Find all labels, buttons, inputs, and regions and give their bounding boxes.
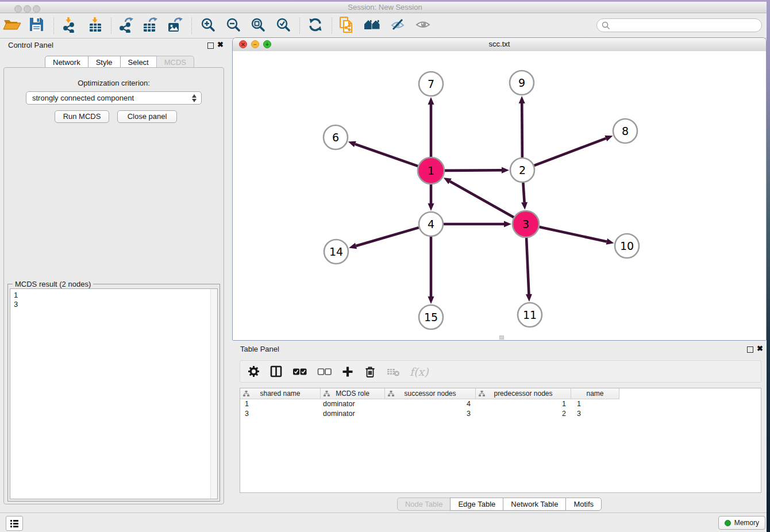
criterion-dropdown[interactable]: strongly connected component	[26, 91, 202, 105]
network-view-frame: ✕ − + scc.txt 1234678910111415	[232, 37, 767, 341]
mcds-result-title: MCDS result (2 nodes)	[13, 280, 93, 288]
zoom-selected-button[interactable]	[273, 15, 294, 36]
delete-row-button[interactable]	[364, 365, 376, 378]
apply-function-button[interactable]: f(x)	[410, 365, 429, 378]
application-window: Session: New Session	[0, 0, 770, 532]
graph-edge-3-1[interactable]	[444, 178, 514, 217]
export-network-button[interactable]	[116, 15, 136, 36]
graph-edge-3-10[interactable]	[539, 227, 614, 245]
column-header-predecessor-nodes[interactable]: predecessor nodes	[476, 388, 571, 399]
graph-edge-1-7[interactable]	[428, 97, 434, 157]
graph-node-14[interactable]: 14	[324, 240, 348, 264]
graph-edge-2-3[interactable]	[521, 183, 528, 210]
select-all-button[interactable]	[292, 367, 307, 376]
mcds-result-group: MCDS result (2 nodes) 1 3	[7, 284, 220, 502]
graph-edge-1-4[interactable]	[428, 184, 434, 211]
graph-node-7[interactable]: 7	[419, 72, 443, 96]
export-image-button[interactable]	[165, 15, 186, 36]
graph-edge-2-9[interactable]	[519, 96, 525, 157]
graph-node-9[interactable]: 9	[510, 71, 534, 95]
node-label: 4	[428, 218, 434, 230]
clone-network-button[interactable]	[337, 15, 357, 36]
search-input[interactable]	[612, 20, 758, 32]
close-panel-button[interactable]: Close panel	[117, 110, 177, 123]
desktop-edge-top	[0, 0, 770, 2]
search-icon	[602, 21, 610, 30]
table-row[interactable]: 1dominator411	[240, 399, 761, 409]
float-panel-icon[interactable]	[207, 43, 214, 49]
graph-node-10[interactable]: 10	[615, 234, 639, 258]
network-canvas[interactable]: 1234678910111415	[233, 51, 766, 340]
close-table-panel-icon[interactable]: ✖	[757, 344, 763, 353]
float-table-panel-icon[interactable]	[747, 346, 753, 353]
graph-edge-1-2[interactable]	[445, 167, 509, 174]
columns-icon	[270, 365, 282, 377]
node-label: 3	[522, 218, 529, 230]
zoom-fit-button[interactable]	[248, 15, 268, 36]
go-home-button[interactable]	[362, 15, 383, 36]
table-settings-button[interactable]	[247, 365, 260, 377]
task-list-button[interactable]	[6, 516, 23, 531]
import-network-button[interactable]	[59, 15, 79, 36]
graph-edge-4-15[interactable]	[428, 237, 434, 304]
node-label: 14	[329, 245, 343, 258]
export-image-icon	[167, 17, 183, 35]
zoom-out-button[interactable]	[223, 15, 244, 36]
table-row[interactable]: 3dominator323	[240, 409, 761, 419]
canvas-resize-handle[interactable]	[499, 336, 504, 340]
delete-table-button[interactable]	[386, 367, 400, 377]
save-session-button[interactable]	[26, 15, 47, 36]
save-icon	[29, 17, 44, 34]
result-scrollbar[interactable]	[210, 289, 217, 499]
node-label: 8	[622, 125, 629, 137]
window-title: Session: New Session	[0, 3, 770, 11]
graph-node-15[interactable]: 15	[419, 305, 443, 329]
graph-node-11[interactable]: 11	[518, 303, 542, 327]
column-header-MCDS-role[interactable]: MCDS role	[321, 388, 385, 399]
column-header-successor-nodes[interactable]: successor nodes	[385, 388, 476, 399]
memory-label: Memory	[734, 519, 759, 527]
status-bar: Memory	[0, 512, 770, 532]
plus-icon	[342, 366, 353, 377]
graph-node-4[interactable]: 4	[419, 212, 443, 236]
cell-successor-nodes: 3	[385, 409, 476, 419]
zoom-out-icon	[226, 17, 241, 34]
memory-button[interactable]: Memory	[718, 516, 765, 530]
tab-edge-table[interactable]: Edge Table	[450, 498, 503, 511]
graph-edge-4-14[interactable]	[349, 228, 419, 249]
hide-selected-button[interactable]	[387, 15, 408, 36]
run-mcds-button[interactable]: Run MCDS	[55, 110, 109, 123]
graph-node-8[interactable]: 8	[613, 119, 637, 143]
graph-node-3[interactable]: 3	[513, 211, 539, 237]
zoom-in-button[interactable]	[198, 15, 218, 36]
open-file-button[interactable]	[2, 15, 22, 36]
close-panel-icon[interactable]: ✖	[217, 40, 224, 49]
graph-node-6[interactable]: 6	[324, 125, 348, 149]
column-header-shared-name[interactable]: shared name	[240, 388, 321, 399]
graph-node-1[interactable]: 1	[418, 157, 444, 184]
add-row-button[interactable]	[341, 366, 354, 377]
node-label: 7	[428, 78, 434, 90]
cell-MCDS-role: dominator	[321, 409, 385, 419]
zoom-selected-icon	[276, 17, 291, 34]
network-frame-titlebar[interactable]: ✕ − + scc.txt	[233, 38, 766, 52]
refresh-view-button[interactable]	[305, 15, 326, 36]
tab-network-table[interactable]: Network Table	[503, 498, 566, 511]
mcds-result-area[interactable]: 1 3	[10, 288, 218, 499]
export-table-button[interactable]	[140, 15, 160, 36]
tab-node-table[interactable]: Node Table	[397, 498, 451, 511]
node-label: 2	[519, 164, 526, 176]
search-box[interactable]	[596, 18, 762, 32]
column-header-name[interactable]: name	[571, 388, 619, 399]
import-table-button[interactable]	[85, 15, 106, 36]
graph-edge-3-11[interactable]	[526, 238, 532, 302]
node-label: 9	[518, 76, 525, 89]
deselect-all-button[interactable]	[317, 367, 332, 376]
graph-node-2[interactable]: 2	[510, 158, 534, 182]
tab-motifs[interactable]: Motifs	[565, 498, 602, 511]
graph-edge-4-3[interactable]	[444, 221, 511, 228]
graph-edge-1-6[interactable]	[348, 141, 418, 166]
show-all-button[interactable]	[413, 15, 433, 36]
show-column-button[interactable]	[270, 365, 282, 377]
graph-edge-2-8[interactable]	[534, 136, 613, 166]
